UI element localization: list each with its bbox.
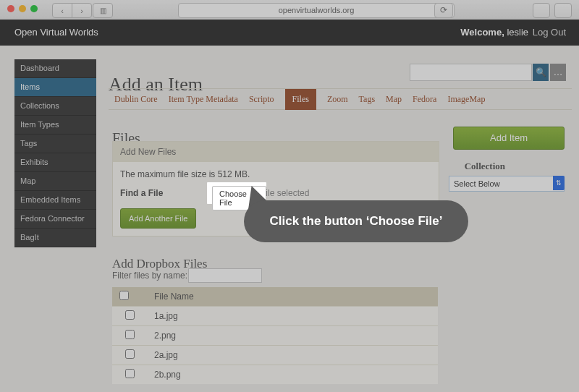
tab-zoom[interactable]: Zoom (327, 94, 348, 105)
tutorial-callout: Click the button ‘Choose File’ (244, 200, 468, 242)
tab-imagemap[interactable]: ImageMap (447, 94, 485, 105)
max-size-note: The maximum file size is 512 MB. (120, 169, 431, 179)
sidebar-item-embedded[interactable]: Embedded Items (14, 191, 96, 210)
traffic-lights (7, 5, 38, 12)
sidebar-toggle-icon[interactable]: ▥ (93, 3, 113, 18)
admin-sidebar: Dashboard Items Collections Item Types T… (14, 59, 96, 247)
dropbox-table: File Name 1a.jpg 2.png 2a.jpg 2b.png (112, 287, 438, 384)
tabs-icon[interactable] (554, 3, 572, 18)
tab-tags[interactable]: Tags (359, 94, 376, 105)
table-row: 2b.png (112, 365, 438, 385)
sidebar-item-bagit[interactable]: BagIt (14, 229, 96, 247)
select-all-checkbox[interactable] (119, 291, 129, 300)
tab-fedora[interactable]: Fedora (413, 94, 436, 105)
cell-filename: 1a.jpg (147, 307, 438, 326)
search-input[interactable] (410, 64, 532, 81)
welcome-text: Welcome, leslie (460, 20, 528, 46)
table-row: 2a.jpg (112, 346, 438, 365)
forward-button[interactable]: › (72, 3, 92, 18)
sidebar-item-exhibits[interactable]: Exhibits (14, 153, 96, 172)
add-item-button[interactable]: Add Item (453, 127, 565, 150)
callout-text: Click the button ‘Choose File’ (270, 214, 443, 229)
cell-filename: 2a.jpg (147, 346, 438, 365)
reload-icon[interactable]: ⟳ (434, 3, 453, 18)
tab-map[interactable]: Map (386, 94, 402, 105)
site-brand[interactable]: Open Virtual Worlds (14, 20, 98, 46)
collection-select[interactable]: Select Below (449, 176, 565, 192)
browser-chrome: ‹ › ▥ openvirtualworlds.org ⟳ (0, 0, 579, 20)
logout-link[interactable]: Log Out (533, 20, 566, 46)
table-row: 2.png (112, 326, 438, 346)
row-checkbox[interactable] (125, 310, 135, 320)
row-checkbox[interactable] (125, 369, 135, 378)
minimize-window-icon[interactable] (19, 5, 26, 12)
panel-title: Add New Files (113, 142, 439, 162)
address-bar[interactable]: openvirtualworlds.org (178, 3, 455, 18)
sidebar-item-tags[interactable]: Tags (14, 135, 96, 153)
chevron-updown-icon[interactable]: ⇅ (553, 176, 565, 190)
close-window-icon[interactable] (7, 5, 14, 12)
sidebar-item-itemtypes[interactable]: Item Types (14, 116, 96, 135)
cell-filename: 2.png (147, 326, 438, 346)
sidebar-item-dashboard[interactable]: Dashboard (14, 59, 96, 78)
sidebar-item-fedora[interactable]: Fedora Connector (14, 210, 96, 229)
back-button[interactable]: ‹ (52, 3, 72, 18)
search-icon: 🔍 (536, 67, 546, 77)
cell-filename: 2b.png (147, 365, 438, 385)
table-row: 1a.jpg (112, 307, 438, 326)
sidebar-item-items[interactable]: Items (14, 78, 96, 97)
item-tabs: Dublin Core Item Type Metadata Scripto F… (109, 88, 572, 110)
row-checkbox[interactable] (125, 330, 135, 339)
search-advanced-button[interactable]: … (550, 64, 566, 81)
table-header-row: File Name (112, 287, 438, 307)
tab-dublincore[interactable]: Dublin Core (114, 94, 158, 105)
sidebar-item-map[interactable]: Map (14, 172, 96, 191)
sidebar-item-collections[interactable]: Collections (14, 97, 96, 116)
zoom-window-icon[interactable] (30, 5, 38, 12)
filter-label: Filter files by name: (112, 270, 187, 281)
tab-scripto[interactable]: Scripto (249, 94, 274, 105)
col-filename: File Name (147, 287, 438, 307)
row-checkbox[interactable] (125, 349, 135, 359)
tab-files[interactable]: Files (285, 89, 316, 110)
share-icon[interactable] (533, 3, 550, 18)
add-another-file-button[interactable]: Add Another File (120, 208, 196, 229)
find-file-label: Find a File (120, 188, 163, 198)
search-button[interactable]: 🔍 (533, 64, 549, 81)
collection-label: Collection (465, 161, 505, 172)
filter-input[interactable] (188, 268, 262, 283)
site-topnav: Open Virtual Worlds Welcome, leslie Log … (0, 20, 579, 46)
tab-itemtypemeta[interactable]: Item Type Metadata (169, 94, 238, 105)
